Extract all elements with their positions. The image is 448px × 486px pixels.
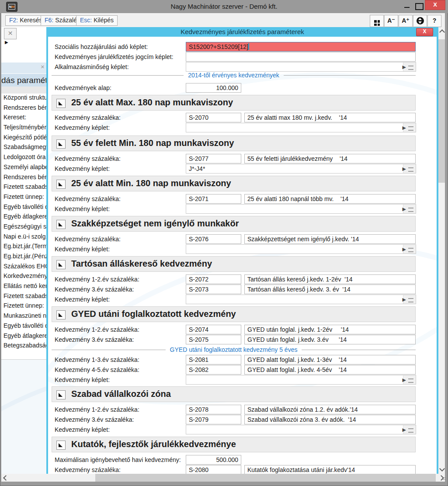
- percent-desc-field[interactable]: Kutatók foglakoztatása utáni jár.kedv'14: [244, 465, 416, 474]
- formula-value[interactable]: [186, 123, 403, 132]
- percent-desc-field[interactable]: 25 év alatti max 180 mv. j.kedv. '14: [244, 113, 416, 122]
- discount-formula-field[interactable]: ▶: [186, 375, 416, 385]
- section-collapse-button[interactable]: [56, 390, 66, 399]
- percent-code-input[interactable]: S-2077: [186, 154, 241, 163]
- formula-expand-icon[interactable]: ▶: [403, 123, 406, 132]
- formula-menu-icon[interactable]: [408, 66, 413, 70]
- field-row: Kedvezmény 3.év százaléka: S-2075 GYED u…: [48, 335, 437, 344]
- section-collapse-button[interactable]: [56, 260, 66, 269]
- scroll-down-icon[interactable]: [439, 466, 445, 472]
- section-collapse-button[interactable]: [56, 99, 66, 108]
- formula-value[interactable]: J*-J4*: [186, 164, 403, 173]
- percent-desc-field[interactable]: Tartósan állás kereső j.kedv. 1-2év '14: [244, 274, 416, 284]
- percent-code-input[interactable]: S-2080: [186, 465, 241, 474]
- input-value: 100.000: [216, 84, 238, 91]
- section-collapse-button[interactable]: [56, 180, 66, 189]
- formula-menu-icon[interactable]: [408, 378, 413, 383]
- percent-code-input[interactable]: S-2078: [186, 405, 241, 414]
- formula-expand-icon[interactable]: ▶: [403, 205, 406, 213]
- tiles-button[interactable]: [370, 15, 384, 27]
- formula-expand-icon[interactable]: ▶: [403, 245, 406, 253]
- sidebar-field-label: Eg.bizt.jár.(Pénzb: [3, 251, 46, 261]
- percent-code-input[interactable]: S-2074: [186, 325, 241, 334]
- help-button[interactable]: ?: [427, 15, 441, 27]
- percent-desc-field[interactable]: GYED alatt foglal. j.kedv. 1-3év '14: [244, 355, 416, 364]
- formula-expand-icon[interactable]: ▶: [403, 425, 406, 434]
- formula-expand-icon[interactable]: ▶: [403, 62, 406, 71]
- formula-menu-icon[interactable]: [408, 248, 413, 252]
- percent-desc-field[interactable]: GYED alatt foglal. j.kedv. 4-5év '14: [244, 365, 416, 375]
- percent-code-input[interactable]: S-2079: [186, 415, 241, 424]
- formula-value[interactable]: [186, 425, 403, 434]
- navigate-button[interactable]: [413, 15, 427, 27]
- formula-expand-icon[interactable]: ▶: [403, 164, 406, 173]
- horizontal-scrollbar[interactable]: [1, 474, 445, 482]
- percent-desc-field[interactable]: Szakképzettséget nem igénylő j.kedv. '14: [244, 234, 416, 244]
- scroll-left-icon[interactable]: [3, 475, 9, 481]
- panel-close-button[interactable]: ✕: [4, 28, 17, 39]
- formula-value[interactable]: [186, 375, 403, 384]
- field-label: Kedvezmény 1-2.év százaléka:: [55, 325, 139, 334]
- discount-formula-field[interactable]: ▶: [186, 295, 416, 304]
- percent-desc-field[interactable]: GYED után foglal. j.kedv. 3.év '14: [244, 335, 416, 344]
- search-button[interactable]: F2: Keresés: [5, 15, 46, 26]
- alkmin-formula-field[interactable]: ▶: [186, 62, 416, 72]
- formula-value[interactable]: [186, 205, 403, 213]
- percent-desc-field[interactable]: 55 év feletti járulékkedvezmény '14: [244, 154, 416, 163]
- percent-code-input[interactable]: S-2075: [186, 335, 241, 344]
- discount-formula-field[interactable]: ▶: [186, 425, 416, 434]
- szochoz-formula-input[interactable]: S15200?+S15209[12]: [186, 42, 416, 52]
- percent-code-input[interactable]: S-2072: [186, 274, 241, 284]
- window-close-button[interactable]: X: [425, 0, 445, 10]
- percent-code-input[interactable]: S-2082: [186, 365, 241, 375]
- section-collapse-button[interactable]: [56, 310, 66, 319]
- resize-grip[interactable]: [443, 479, 444, 480]
- vertical-scrollbar-thumb[interactable]: [438, 39, 445, 183]
- section-collapse-button[interactable]: [56, 441, 66, 450]
- discount-formula-field[interactable]: J*-J4* ▶: [186, 164, 416, 174]
- formula-expand-icon[interactable]: ▶: [403, 295, 406, 304]
- percent-code-input[interactable]: S-2070: [186, 113, 241, 122]
- formula-expand-icon[interactable]: ▶: [403, 375, 406, 384]
- max-monthly-discount-input[interactable]: 500.000: [186, 455, 241, 465]
- section-collapse-button[interactable]: [56, 220, 66, 229]
- percent-desc-field[interactable]: 25 év alatti 180 napnál több mv. '14: [244, 194, 416, 204]
- base-amount-input[interactable]: 100.000: [186, 83, 241, 93]
- field-row: Kedvezmény képlet: ▶: [48, 204, 437, 214]
- percent-desc-field[interactable]: Szabad vállalkozói zóna 1.2. év adók.'14: [244, 405, 416, 414]
- font-larger-button[interactable]: A⁺: [399, 15, 413, 27]
- sidebar-panel: ✕ ▶ ✕ dás paramét Központi struktuRendsz…: [1, 27, 46, 474]
- exit-button[interactable]: Esc: Kilépés: [76, 15, 118, 26]
- discount-formula-field[interactable]: ▶: [186, 244, 416, 254]
- sidebar-field-label: Egyéb átlagkere: [3, 331, 46, 341]
- maximize-button[interactable]: [415, 3, 424, 10]
- percent-code-input[interactable]: S-2071: [186, 194, 241, 204]
- horizontal-scrollbar-thumb[interactable]: [95, 474, 436, 482]
- formula-menu-icon[interactable]: [408, 428, 413, 433]
- formula-value[interactable]: [186, 245, 403, 253]
- percent-desc-field[interactable]: Tartósan állás kereső j.kedv. 3. év '14: [244, 285, 416, 294]
- percent-code-input[interactable]: S-2076: [186, 234, 241, 244]
- formula-value[interactable]: [186, 62, 403, 71]
- formula-menu-icon[interactable]: [408, 208, 413, 212]
- formula-menu-icon[interactable]: [408, 298, 413, 302]
- minimize-button[interactable]: [402, 3, 412, 10]
- font-smaller-button[interactable]: A⁻: [384, 15, 398, 27]
- percent-code-input[interactable]: S-2073: [186, 285, 241, 294]
- strip-close-icon[interactable]: ✕: [41, 64, 45, 70]
- percent-desc-field[interactable]: Szabad vállalkozói zóna 3. év adók. '14: [244, 415, 416, 424]
- vertical-scrollbar[interactable]: [438, 27, 445, 474]
- section-collapse-button[interactable]: [56, 139, 66, 149]
- formula-menu-icon[interactable]: [408, 126, 413, 131]
- formula-value[interactable]: [186, 295, 403, 304]
- discount-formula-field[interactable]: ▶: [186, 204, 416, 214]
- scroll-up-icon[interactable]: [439, 29, 445, 35]
- percent-code-input[interactable]: S-2081: [186, 355, 241, 364]
- discount-formula-field[interactable]: ▶: [186, 123, 416, 132]
- formula-menu-icon[interactable]: [408, 167, 413, 172]
- percent-desc-field[interactable]: GYED után foglal. j.kedv. 1-2év '14: [244, 325, 416, 334]
- panel-collapse-icon[interactable]: ▶: [5, 40, 8, 45]
- jogcim-formula-input[interactable]: [186, 52, 416, 62]
- sidebar-field-label: Egyéb átlagkere: [3, 212, 46, 222]
- dialog-close-button[interactable]: X: [416, 28, 433, 36]
